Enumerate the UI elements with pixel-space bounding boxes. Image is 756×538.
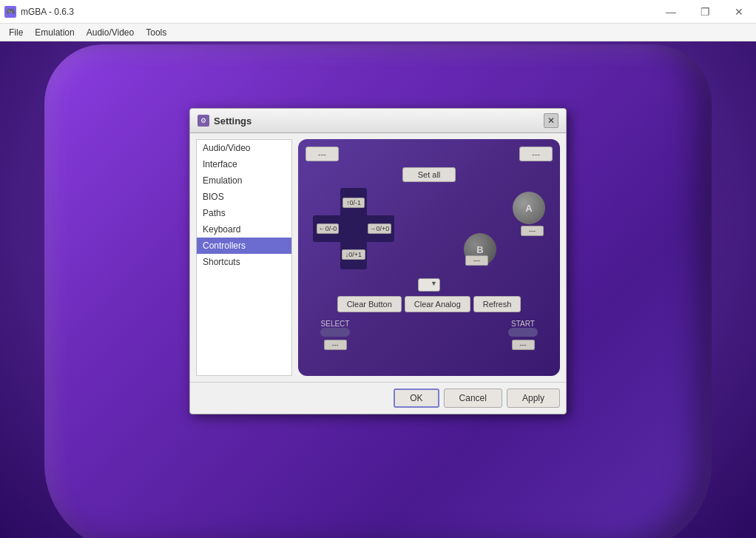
- menu-tools[interactable]: Tools: [140, 26, 172, 39]
- dpad-right-arm: →0/+0: [365, 215, 394, 242]
- start-button[interactable]: [508, 328, 538, 337]
- action-buttons-row: Clear Button Clear Analog Refresh: [306, 296, 553, 312]
- start-label: START: [508, 320, 538, 328]
- select-label: SELECT: [320, 320, 350, 328]
- nav-controllers[interactable]: Controllers: [197, 238, 291, 254]
- settings-nav: Audio/Video Interface Emulation BIOS Pat…: [196, 139, 292, 376]
- start-key-row: ---: [508, 340, 538, 350]
- menu-file[interactable]: File: [3, 26, 29, 39]
- dialog-footer: OK Cancel Apply: [190, 382, 566, 414]
- start-area: START ---: [508, 320, 538, 350]
- select-key-button[interactable]: ---: [324, 340, 347, 350]
- dialog-titlebar: ⚙ Settings ✕: [190, 109, 566, 133]
- set-all-button[interactable]: Set all: [402, 167, 456, 182]
- dpad-right-button[interactable]: →0/+0: [368, 223, 392, 234]
- nav-interface[interactable]: Interface: [197, 156, 291, 172]
- dialog-close-button[interactable]: ✕: [544, 113, 558, 128]
- clear-button-button[interactable]: Clear Button: [337, 296, 402, 312]
- dpad-center: [340, 215, 367, 242]
- set-all-row: Set all: [306, 167, 553, 182]
- dialog-icon: ⚙: [198, 115, 209, 127]
- a-label: A: [525, 203, 532, 214]
- controller-panel: --- --- Set all ↑0/-1: [298, 139, 560, 376]
- dialog-body: Audio/Video Interface Emulation BIOS Pat…: [190, 133, 566, 382]
- nav-keyboard[interactable]: Keyboard: [197, 221, 291, 238]
- dpad-left-arm: ←0/-0: [313, 215, 342, 242]
- app-title: mGBA - 0.6.3: [21, 7, 654, 17]
- menu-audiovideo[interactable]: Audio/Video: [81, 26, 141, 39]
- refresh-button[interactable]: Refresh: [473, 296, 522, 312]
- dpad: ↑0/-1 ↓0/+1 ←0/-0 →0/+0: [313, 188, 394, 269]
- ok-button[interactable]: OK: [394, 389, 439, 408]
- shoulder-left-button[interactable]: ---: [306, 147, 339, 161]
- nav-paths[interactable]: Paths: [197, 205, 291, 221]
- dpad-left-button[interactable]: ←0/-0: [317, 223, 340, 234]
- dialog-title: Settings: [214, 115, 252, 127]
- dialog-title-left: ⚙ Settings: [198, 115, 252, 127]
- settings-dialog: ⚙ Settings ✕ Audio/Video Interface Emula…: [189, 108, 567, 414]
- controller-select[interactable]: [418, 278, 440, 292]
- menubar: File Emulation Audio/Video Tools: [0, 24, 756, 41]
- app-icon: 🎮: [4, 6, 16, 18]
- dpad-down-button[interactable]: ↓0/+1: [342, 249, 365, 260]
- dropdown-wrapper: ▼: [418, 278, 440, 292]
- minimize-button[interactable]: —: [654, 0, 688, 24]
- shoulder-buttons-row: --- ---: [306, 147, 553, 161]
- menu-emulation[interactable]: Emulation: [29, 26, 80, 39]
- cancel-button[interactable]: Cancel: [444, 389, 502, 408]
- shoulder-right-button[interactable]: ---: [519, 147, 553, 161]
- maximize-button[interactable]: ❐: [688, 0, 722, 24]
- middle-row: ↑0/-1 ↓0/+1 ←0/-0 →0/+0: [306, 188, 553, 269]
- dpad-up-button[interactable]: ↑0/-1: [342, 198, 365, 208]
- a-button[interactable]: A: [513, 192, 545, 224]
- close-button[interactable]: ✕: [722, 0, 756, 24]
- nav-audiovideo[interactable]: Audio/Video: [197, 140, 291, 156]
- start-key-button[interactable]: ---: [512, 340, 535, 350]
- b-label: B: [476, 244, 483, 255]
- nav-emulation[interactable]: Emulation: [197, 172, 291, 189]
- b-key-button[interactable]: ---: [465, 255, 488, 266]
- dpad-down-arm: ↓0/+1: [340, 240, 367, 269]
- a-key-button[interactable]: ---: [521, 226, 544, 236]
- select-start-row: SELECT --- START ---: [306, 320, 553, 350]
- nav-bios[interactable]: BIOS: [197, 189, 291, 205]
- dpad-up-arm: ↑0/-1: [340, 188, 367, 218]
- select-button[interactable]: [320, 328, 350, 337]
- clear-analog-button[interactable]: Clear Analog: [405, 296, 470, 312]
- select-key-row: ---: [320, 340, 350, 350]
- titlebar: 🎮 mGBA - 0.6.3 — ❐ ✕: [0, 0, 756, 24]
- apply-button[interactable]: Apply: [507, 389, 560, 408]
- select-area: SELECT ---: [320, 320, 350, 350]
- ab-buttons-area: B A --- ---: [464, 192, 545, 266]
- nav-shortcuts[interactable]: Shortcuts: [197, 254, 291, 270]
- dialog-overlay: ⚙ Settings ✕ Audio/Video Interface Emula…: [0, 41, 756, 538]
- controller-dropdown-row: ▼: [306, 278, 553, 292]
- titlebar-controls: — ❐ ✕: [654, 0, 756, 24]
